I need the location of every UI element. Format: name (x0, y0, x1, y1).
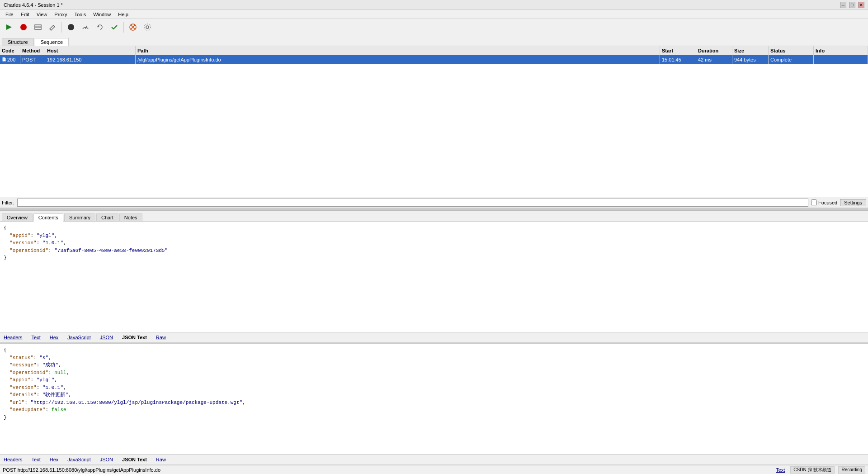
res-tab-text[interactable]: Text (30, 456, 42, 463)
tab-contents[interactable]: Contents (33, 213, 63, 222)
start-button[interactable] (3, 21, 15, 33)
tab-sequence[interactable]: Sequence (35, 38, 69, 46)
res-tab-javascript[interactable]: JavaScript (66, 456, 92, 463)
stop-button[interactable] (17, 21, 30, 33)
svg-point-1 (20, 24, 27, 30)
detail-tabs: Overview Contents Summary Chart Notes (0, 211, 868, 222)
menu-tools[interactable]: Tools (71, 10, 90, 19)
minimize-button[interactable]: ─ (840, 2, 846, 8)
col-header-duration[interactable]: Duration (696, 46, 732, 55)
res-tab-headers[interactable]: Headers (2, 456, 24, 463)
svg-point-13 (144, 24, 151, 30)
col-header-size[interactable]: Size (732, 46, 769, 55)
col-header-start[interactable]: Start (660, 46, 696, 55)
row-path: /ylgl/appPlugins/getAppPluginsInfo.do (136, 55, 660, 64)
menu-view[interactable]: View (33, 10, 51, 19)
res-line-7: "url": "http://192.168.61.150:8080/ylgl/… (4, 399, 864, 407)
req-line-2: "version": "1.0.1", (4, 239, 864, 247)
record-button[interactable] (65, 21, 77, 33)
req-line-3: "operationid": "73af5a6f-8e05-48e0-ae58-… (4, 247, 864, 255)
toolbar-separator-1 (61, 22, 62, 33)
res-line-5: "version": "1.0.1", (4, 384, 864, 392)
status-right: Text CSDN @ 技术频道 Recording (774, 466, 865, 474)
menu-file[interactable]: File (2, 10, 17, 19)
response-section: { "status": "s", "message": "成功", "opera… (0, 344, 868, 465)
svg-point-6 (68, 24, 74, 30)
status-tab-text[interactable]: Text (774, 466, 787, 474)
response-content: { "status": "s", "message": "成功", "opera… (0, 344, 868, 454)
res-line-2: "message": "成功", (4, 361, 864, 369)
menu-edit[interactable]: Edit (17, 10, 33, 19)
res-tab-json-text[interactable]: JSON Text (120, 456, 149, 463)
req-tab-json-text[interactable]: JSON Text (120, 334, 149, 341)
svg-rect-2 (35, 25, 41, 29)
throttle-button[interactable] (79, 21, 92, 33)
row-method: POST (20, 55, 45, 64)
toolbar-separator-2 (123, 22, 124, 33)
res-line-9: } (4, 414, 864, 422)
recording-badge: Recording (838, 466, 865, 474)
res-line-6: "details": "软件更新", (4, 391, 864, 399)
title-bar-title: Charles 4.6.4 - Session 1 * (4, 2, 63, 8)
req-tab-json[interactable]: JSON (98, 334, 115, 341)
tab-notes[interactable]: Notes (119, 213, 142, 221)
res-tab-hex[interactable]: Hex (48, 456, 61, 463)
focused-label: Focused (818, 200, 837, 205)
status-text: POST http://192.168.61.150:8080/ylgl/app… (3, 467, 160, 473)
menu-help[interactable]: Help (114, 10, 132, 19)
tab-structure[interactable]: Structure (2, 38, 34, 46)
no-button[interactable] (127, 21, 139, 33)
req-resp-container: { "appid": "ylgl", "version": "1.0.1", "… (0, 222, 868, 465)
col-header-info[interactable]: Info (814, 46, 868, 55)
row-start: 15:01:45 (660, 55, 696, 64)
filter-input[interactable] (17, 199, 809, 207)
col-header-method[interactable]: Method (20, 46, 45, 55)
clear-button[interactable] (32, 21, 44, 33)
req-tab-hex[interactable]: Hex (48, 334, 61, 341)
row-info (814, 55, 868, 64)
row-host: 192.168.61.150 (45, 55, 136, 64)
refresh-button[interactable] (94, 21, 106, 33)
req-line-0: { (4, 224, 864, 232)
col-header-path[interactable]: Path (136, 46, 660, 55)
request-content: { "appid": "ylgl", "version": "1.0.1", "… (0, 222, 868, 332)
req-line-1: "appid": "ylgl", (4, 232, 864, 240)
col-header-code[interactable]: Code (0, 46, 20, 55)
menu-bar: File Edit View Proxy Tools Window Help (0, 10, 868, 19)
row-icon: 📄 (2, 57, 6, 62)
status-bar: POST http://192.168.61.150:8080/ylgl/app… (0, 465, 868, 474)
tab-summary[interactable]: Summary (64, 213, 95, 221)
tab-chart[interactable]: Chart (96, 213, 118, 221)
res-line-1: "status": "s", (4, 354, 864, 362)
res-tab-json[interactable]: JSON (98, 456, 115, 463)
request-list: 📄 200 POST 192.168.61.150 /ylgl/appPlugi… (0, 55, 868, 126)
res-tab-raw[interactable]: Raw (154, 456, 168, 463)
table-row[interactable]: 📄 200 POST 192.168.61.150 /ylgl/appPlugi… (0, 55, 868, 64)
title-bar: Charles 4.6.4 - Session 1 * ─ □ ✕ (0, 0, 868, 10)
focused-checkbox[interactable] (811, 199, 817, 205)
filter-label: Filter: (2, 200, 14, 205)
col-header-host[interactable]: Host (45, 46, 136, 55)
menu-window[interactable]: Window (90, 10, 114, 19)
req-tab-text[interactable]: Text (30, 334, 42, 341)
req-tab-javascript[interactable]: JavaScript (66, 334, 92, 341)
svg-marker-8 (98, 26, 99, 28)
validate-button[interactable] (108, 21, 121, 33)
compose-button[interactable] (46, 21, 59, 33)
menu-proxy[interactable]: Proxy (51, 10, 71, 19)
main-area: Code Method Host Path Start Duration Siz… (0, 46, 868, 465)
req-tab-headers[interactable]: Headers (2, 334, 24, 341)
settings-button[interactable] (141, 21, 154, 33)
tab-overview[interactable]: Overview (2, 213, 33, 221)
row-status: Complete (769, 55, 814, 64)
row-code: 📄 200 (0, 55, 20, 64)
req-tab-raw[interactable]: Raw (154, 334, 168, 341)
brand-badge: CSDN @ 技术频道 (790, 466, 835, 474)
column-headers: Code Method Host Path Start Duration Siz… (0, 46, 868, 55)
request-sub-tabs: Headers Text Hex JavaScript JSON JSON Te… (0, 332, 868, 343)
close-button[interactable]: ✕ (858, 2, 864, 8)
svg-marker-0 (6, 24, 12, 30)
settings-filter-button[interactable]: Settings (840, 199, 866, 206)
col-header-status[interactable]: Status (769, 46, 814, 55)
maximize-button[interactable]: □ (849, 2, 855, 8)
